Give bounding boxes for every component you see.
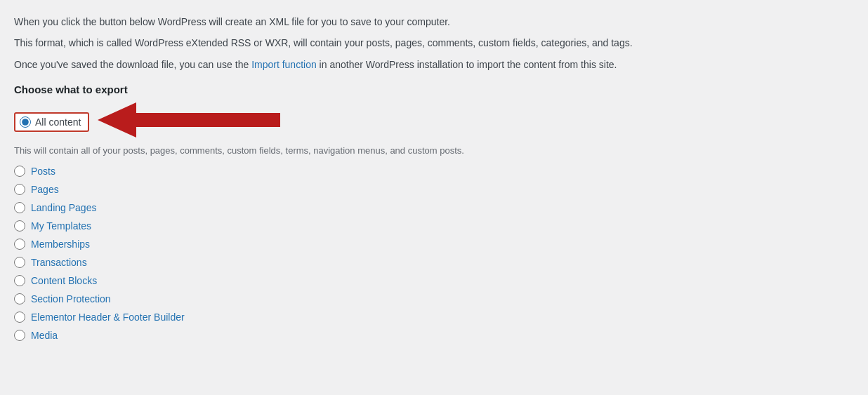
import-link[interactable]: Import function <box>251 59 317 70</box>
opt-pages-radio[interactable] <box>14 184 25 195</box>
all-content-radio[interactable] <box>20 116 31 128</box>
radio-option-opt-elementor: Elementor Header & Footer Builder <box>14 312 646 323</box>
opt-transactions-label[interactable]: Transactions <box>31 257 87 268</box>
opt-content-blocks-radio[interactable] <box>14 275 25 286</box>
intro-line1: When you click the button below WordPres… <box>14 14 646 29</box>
opt-transactions-radio[interactable] <box>14 257 25 268</box>
intro-line3: Once you've saved the download file, you… <box>14 57 646 72</box>
main-content: When you click the button below WordPres… <box>14 14 646 341</box>
opt-memberships-label[interactable]: Memberships <box>31 239 90 250</box>
radio-option-opt-posts: Posts <box>14 166 646 177</box>
radio-option-opt-pages: Pages <box>14 184 646 195</box>
radio-options-container: PostsPagesLanding PagesMy TemplatesMembe… <box>14 166 646 341</box>
intro-line2: This format, which is called WordPress e… <box>14 35 646 51</box>
all-content-label: All content <box>35 116 81 128</box>
opt-section-protection-radio[interactable] <box>14 293 25 304</box>
section-title: Choose what to export <box>14 83 646 95</box>
opt-media-radio[interactable] <box>14 330 25 341</box>
opt-content-blocks-label[interactable]: Content Blocks <box>31 275 97 286</box>
radio-option-opt-transactions: Transactions <box>14 257 646 268</box>
radio-option-opt-landing: Landing Pages <box>14 202 646 213</box>
intro-line3-post: in another WordPress installation to imp… <box>317 59 617 70</box>
opt-posts-label[interactable]: Posts <box>31 166 55 177</box>
intro-line3-pre: Once you've saved the download file, you… <box>14 59 251 70</box>
radio-option-opt-templates: My Templates <box>14 220 646 232</box>
opt-templates-label[interactable]: My Templates <box>31 220 91 232</box>
svg-marker-0 <box>98 102 280 138</box>
opt-posts-radio[interactable] <box>14 166 25 177</box>
radio-option-opt-memberships: Memberships <box>14 239 646 250</box>
red-arrow-icon <box>98 102 280 141</box>
opt-elementor-label[interactable]: Elementor Header & Footer Builder <box>31 312 185 323</box>
opt-elementor-radio[interactable] <box>14 312 25 323</box>
opt-pages-label[interactable]: Pages <box>31 184 59 195</box>
radio-option-opt-content-blocks: Content Blocks <box>14 275 646 286</box>
opt-landing-radio[interactable] <box>14 202 25 213</box>
opt-media-label[interactable]: Media <box>31 330 58 341</box>
radio-option-opt-section-protection: Section Protection <box>14 293 646 304</box>
all-content-option[interactable]: All content <box>14 112 89 132</box>
radio-option-opt-media: Media <box>14 330 646 341</box>
opt-memberships-radio[interactable] <box>14 239 25 250</box>
opt-landing-label[interactable]: Landing Pages <box>31 202 96 213</box>
all-content-row: All content <box>14 102 646 141</box>
opt-templates-radio[interactable] <box>14 220 25 232</box>
opt-section-protection-label[interactable]: Section Protection <box>31 293 111 304</box>
all-content-description: This will contain all of your posts, pag… <box>14 145 646 156</box>
